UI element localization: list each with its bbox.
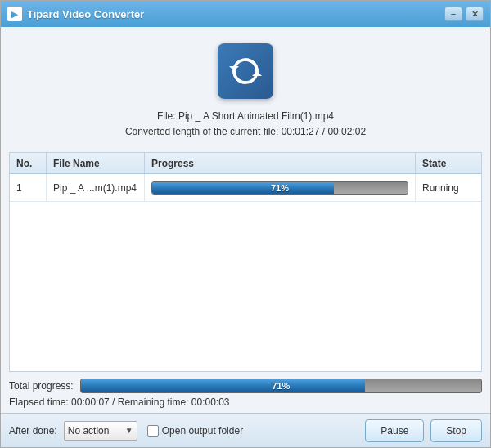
after-done-label: After done: (9, 425, 57, 437)
svg-marker-1 (252, 71, 262, 76)
pause-button[interactable]: Pause (365, 419, 424, 442)
total-progress-row: Total progress: 71% (9, 379, 482, 393)
open-folder-checkbox[interactable] (147, 425, 159, 437)
minimize-button[interactable]: − (444, 7, 462, 21)
title-bar: ▶ Tipard Video Converter − ✕ (1, 1, 490, 27)
total-progress-bar: 71% (80, 379, 482, 393)
table-header: No. File Name Progress State (10, 153, 481, 174)
main-window: ▶ Tipard Video Converter − ✕ File: Pip _… (0, 0, 491, 448)
cell-state: Running (416, 174, 481, 201)
converted-length-label: Converted length of the current file: 00… (125, 124, 366, 140)
header-state: State (416, 153, 481, 173)
file-info: File: Pip _ A Short Animated Film(1).mp4… (125, 109, 366, 140)
progress-bar-text: 71% (152, 183, 408, 193)
file-table: No. File Name Progress State 1 Pip _ A .… (9, 152, 482, 372)
after-done-select[interactable]: No action ▼ (64, 421, 137, 441)
top-section: File: Pip _ A Short Animated Film(1).mp4… (1, 27, 490, 152)
cell-progress: 71% (145, 174, 416, 201)
window-title: Tipard Video Converter (27, 8, 444, 20)
footer-bar: After done: No action ▼ Open output fold… (1, 413, 490, 447)
select-arrow-icon: ▼ (125, 426, 133, 435)
file-label: File: Pip _ A Short Animated Film(1).mp4 (125, 109, 366, 124)
stop-button[interactable]: Stop (430, 419, 482, 442)
header-progress: Progress (145, 153, 416, 173)
total-progress-text: 71% (81, 381, 481, 391)
header-no: No. (10, 153, 47, 173)
open-folder-checkbox-area[interactable]: Open output folder (147, 425, 243, 437)
open-folder-label: Open output folder (162, 425, 243, 437)
total-progress-label: Total progress: (9, 380, 74, 392)
progress-bar: 71% (151, 181, 408, 195)
app-icon: ▶ (7, 7, 22, 21)
bottom-section: Total progress: 71% Elapsed time: 00:00:… (1, 372, 490, 413)
no-action-option: No action (68, 425, 122, 437)
cell-filename: Pip _ A ...m(1).mp4 (47, 174, 145, 201)
close-button[interactable]: ✕ (466, 7, 484, 21)
header-filename: File Name (47, 153, 145, 173)
window-controls: − ✕ (444, 7, 484, 21)
content-area: File: Pip _ A Short Animated Film(1).mp4… (1, 27, 490, 413)
table-row: 1 Pip _ A ...m(1).mp4 71% Running (10, 174, 481, 202)
cell-no: 1 (10, 174, 47, 201)
elapsed-row: Elapsed time: 00:00:07 / Remaining time:… (9, 396, 482, 408)
convert-icon (218, 43, 273, 99)
